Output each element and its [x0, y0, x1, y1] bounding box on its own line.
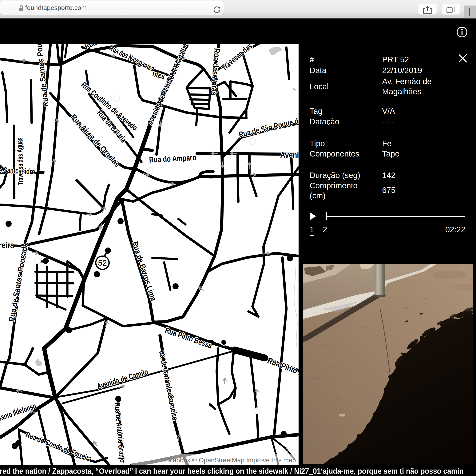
svg-text:reira: reira [0, 241, 14, 250]
svg-text:Rua Aires de Ornelas: Rua Aires de Ornelas [69, 112, 122, 169]
svg-text:Rua de António Granjo: Rua de António Granjo [113, 402, 127, 463]
svg-text:Rua de São Roque d: Rua de São Roque d [238, 116, 299, 139]
svg-text:ntes: ntes [152, 69, 166, 81]
svg-text:Rua de Barros Lima: Rua de Barros Lima [131, 240, 158, 302]
svg-text:Avenid: Avenid [280, 151, 299, 159]
svg-text:Travessa das Águas: Travessa das Águas [15, 137, 25, 185]
svg-text:Rua das Antas: Rua das Antas [209, 48, 221, 96]
svg-text:Rua de Santos Pousada: Rua de Santos Pousada [7, 242, 30, 323]
svg-text:Rua Pinto Bessa: Rua Pinto Bessa [164, 325, 213, 350]
svg-text:Avenida de Fernão de Magalhães: Avenida de Fernão de Magalhães [145, 44, 193, 126]
svg-text:© Mapbox © OpenStreetMap Impro: © Mapbox © OpenStreetMap Improve this ma… [161, 456, 296, 464]
svg-text:ua de António Carneiro: ua de António Carneiro [157, 350, 180, 421]
svg-text:Travessa das: Travessa das [220, 44, 254, 72]
svg-text:52: 52 [98, 258, 107, 267]
